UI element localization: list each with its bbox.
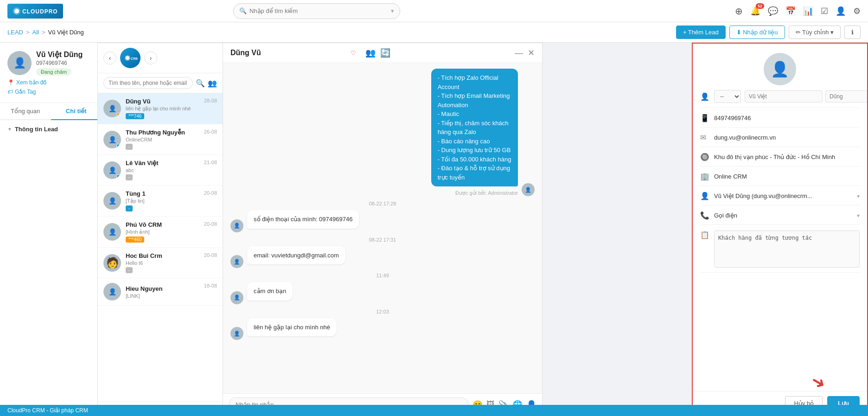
tag-icon: 🏷: [7, 89, 13, 95]
svg-text:CRM: CRM: [131, 57, 138, 61]
chat-item-name-6: Hieu Nguyen: [126, 285, 217, 292]
address-value: Khu đô thị vạn phúc - Thủ đức - Hồ Chí M…: [714, 154, 860, 160]
search-input[interactable]: [249, 7, 391, 14]
chat-avatar-6: 👤: [103, 283, 121, 301]
title-select[interactable]: --Mr.Ms.: [714, 90, 741, 103]
rp-account-row: 👤 Vũ Việt Dũng (dung.vu@onlinecrm... ▾: [700, 192, 860, 205]
chat-item[interactable]: 👤 Lê Văn Việt abc - 21-08: [98, 155, 223, 186]
time-label-2: 08-22 17:31: [230, 237, 535, 243]
chat-item-time-2: 21-08: [204, 160, 217, 165]
phone-icon: 📱: [700, 114, 710, 122]
bell-icon[interactable]: 🔔52: [750, 6, 760, 16]
profile-section: 👤 Vũ Việt Dũng 0974969746 Đang chăm 📍 Xe…: [0, 43, 102, 103]
online-dot-1: [116, 144, 120, 147]
call-dropdown-arrow: ▾: [857, 212, 860, 219]
chat-search-icon[interactable]: 🔍: [196, 79, 205, 88]
breadcrumb-all[interactable]: All: [32, 29, 39, 36]
minimize-icon[interactable]: —: [515, 48, 523, 58]
chat-avatar-3: 👤: [103, 192, 121, 210]
chat-item[interactable]: 👤 Phú Võ CRM [Hình ảnh] ***460 20-08: [98, 217, 223, 248]
chat-avatar-4: 👤: [103, 223, 121, 241]
chat-overlay: ‹ CRM › 🔍 👥 👤: [97, 43, 542, 416]
chat-item-msg-5: Hello t6: [126, 260, 217, 266]
search-bar[interactable]: 🔍 ▾: [233, 3, 400, 19]
chat-item-name-1: Thu Phương Nguyễn: [126, 129, 217, 136]
msg-row: 👤 cảm ơn bạn: [230, 282, 535, 304]
note-textarea[interactable]: Khách hàng đã từng tương tác: [714, 230, 860, 268]
nhap-du-lieu-button[interactable]: ⬇ Nhập dữ liệu: [729, 26, 785, 39]
tab-chi-tiet[interactable]: Chi tiết: [51, 103, 102, 120]
section-title: Thông tin Lead: [15, 126, 58, 133]
breadcrumb: LEAD > All > Vũ Việt Dũng: [7, 29, 84, 36]
calendar-icon[interactable]: 📅: [785, 6, 796, 16]
tag-link[interactable]: 🏷 Gắn Tag: [7, 89, 94, 95]
chat-item-time-0: 28-08: [204, 98, 217, 103]
msg-bubble-left-4: liên hệ gặp lại cho mình nhé: [247, 318, 337, 337]
chat-item-info-3: Tùng 1 [Tập tin] -: [126, 190, 217, 211]
tuy-chinh-button[interactable]: ✏ Tùy chỉnh ▾: [789, 26, 841, 39]
profile-location[interactable]: 📍 Xem bản đồ: [7, 79, 94, 86]
account-dropdown-arrow: ▾: [857, 193, 860, 199]
msg-row: 👤 số điện thoại của mình: 0974969746: [230, 210, 535, 232]
add-icon[interactable]: ⊕: [735, 6, 743, 17]
chat-item-msg-0: liên hệ gặp lại cho mình nhé: [126, 106, 217, 112]
location-link[interactable]: Xem bản đồ: [16, 79, 46, 86]
chat-item[interactable]: 👤 Thu Phương Nguyễn OnlineCRM - 26-08: [98, 124, 223, 155]
msg-row: 👤 liên hệ gặp lại cho mình nhé: [230, 318, 535, 340]
time-label-3: 11:49: [230, 273, 535, 278]
tab-tong-quan[interactable]: Tổng quan: [0, 103, 51, 119]
rp-avatar: 👤: [764, 53, 796, 85]
chat-search-input[interactable]: [103, 77, 193, 89]
chat-sidebar: ‹ CRM › 🔍 👥 👤: [98, 43, 223, 416]
chat-avatar-1: 👤: [103, 131, 121, 148]
next-button[interactable]: ›: [144, 51, 157, 64]
tag-label[interactable]: Gắn Tag: [15, 89, 36, 95]
company-icon: 🏢: [700, 172, 710, 181]
main-layout: 👤 Vũ Việt Dũng 0974969746 Đang chăm 📍 Xe…: [0, 43, 868, 416]
dropdown-icon: ▾: [391, 7, 394, 14]
chat-item[interactable]: 👤 Hieu Nguyen [LINK] 18-08: [98, 278, 223, 306]
chat-main: Dũng Vũ ♡ 👥 🔄 — ✕ 👤 - Tích hợp Zalo Offi…: [223, 43, 542, 416]
msg-avatar-dung-3: 👤: [230, 291, 243, 304]
chat-item-badge-0: ***746: [126, 113, 144, 119]
breadcrumb-bar: LEAD > All > Vũ Việt Dũng + Thêm Lead ⬇ …: [0, 22, 868, 43]
chat-item[interactable]: 👤 Dũng Vũ liên hệ gặp lại cho mình nhé *…: [98, 93, 223, 124]
svg-text:CLOUDPRO: CLOUDPRO: [22, 8, 58, 15]
section-header[interactable]: ▼ Thông tin Lead: [0, 120, 102, 135]
chat-header-name: Dũng Vũ: [230, 49, 346, 57]
chat-item-name-2: Lê Văn Việt: [126, 160, 217, 166]
rp-call-dropdown[interactable]: Gọi điện ▾: [714, 212, 860, 219]
breadcrumb-sep1: >: [26, 29, 30, 36]
prev-button[interactable]: ‹: [103, 51, 116, 64]
last-name-input[interactable]: [825, 90, 867, 102]
checkbox-icon[interactable]: ☑: [821, 6, 828, 16]
them-lead-button[interactable]: + Thêm Lead: [676, 26, 726, 39]
user-icon[interactable]: 👤: [836, 6, 846, 16]
heart-icon: ♡: [351, 50, 356, 57]
svg-point-4: [126, 56, 129, 60]
chart-icon[interactable]: 📊: [803, 6, 813, 16]
first-name-input[interactable]: [745, 90, 823, 102]
person-icon: 👤: [700, 92, 710, 101]
breadcrumb-lead[interactable]: LEAD: [7, 29, 23, 36]
info-button[interactable]: ℹ: [844, 26, 861, 39]
phone-value: 84974969746: [714, 115, 860, 122]
group-icon[interactable]: 👥: [365, 48, 376, 58]
right-panel: 👤 👤 --Mr.Ms. 📱 84974969746 ✉: [692, 43, 868, 416]
settings-icon[interactable]: ⚙: [853, 6, 861, 16]
chat-contacts-icon[interactable]: 👥: [208, 79, 217, 88]
rp-account-dropdown[interactable]: Vũ Việt Dũng (dung.vu@onlinecrm... ▾: [714, 192, 860, 199]
chat-item-time-5: 20-08: [204, 252, 217, 258]
chat-item-name-5: Hoc Bui Crm: [126, 252, 217, 259]
chat-item[interactable]: 🧑 Hoc Bui Crm Hello t6 - 20-08: [98, 248, 223, 278]
msg-content-wrapper: - Tích hợp Zalo Official Account - Tích …: [394, 69, 518, 196]
breadcrumb-current: Vũ Việt Dũng: [48, 29, 84, 36]
chat-item-time-4: 20-08: [204, 221, 217, 227]
refresh-icon[interactable]: 🔄: [380, 48, 390, 58]
close-icon[interactable]: ✕: [528, 48, 535, 58]
msg-bubble-right: - Tích hợp Zalo Official Account - Tích …: [431, 69, 518, 186]
rp-phone-row: 📱 84974969746: [700, 114, 860, 128]
chat-item[interactable]: 👤 Tùng 1 [Tập tin] - 20-08: [98, 186, 223, 217]
chat-icon[interactable]: 💬: [768, 6, 778, 16]
email-value: dung.vu@onlinecrm.vn: [714, 134, 860, 141]
